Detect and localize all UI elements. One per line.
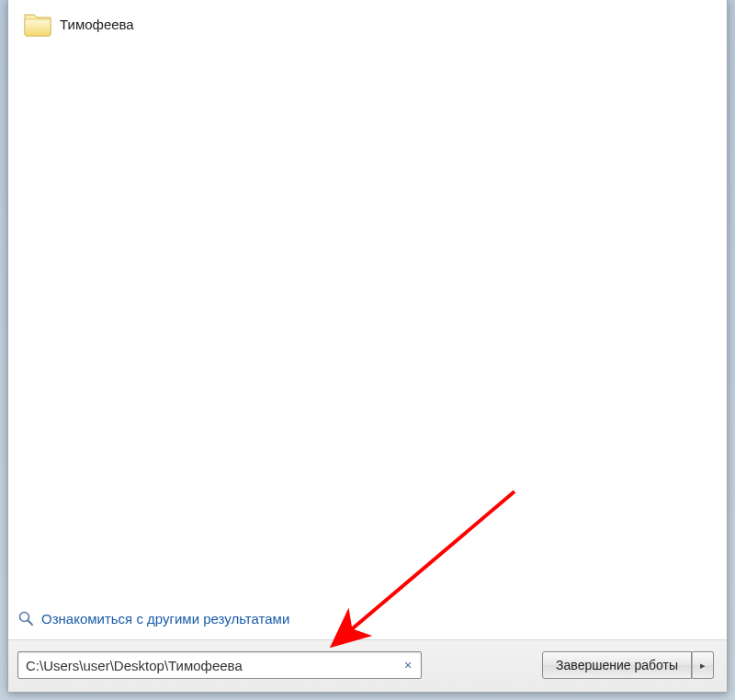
search-icon — [17, 610, 34, 627]
clear-search-icon[interactable]: × — [401, 658, 415, 672]
start-menu-bottom-bar: × Завершение работы ▸ — [8, 639, 727, 692]
folder-icon — [23, 11, 52, 37]
search-result-folder[interactable]: Тимофеева — [16, 7, 719, 40]
more-results-row[interactable]: Ознакомиться с другими результатами — [8, 601, 727, 639]
search-input[interactable] — [26, 658, 401, 673]
shutdown-options-arrow[interactable]: ▸ — [692, 651, 714, 679]
search-result-label: Тимофеева — [60, 17, 134, 32]
more-results-link[interactable]: Ознакомиться с другими результатами — [41, 611, 289, 627]
chevron-right-icon: ▸ — [700, 660, 706, 672]
shutdown-button[interactable]: Завершение работы — [542, 651, 692, 679]
svg-line-1 — [28, 621, 33, 626]
shutdown-button-group: Завершение работы ▸ — [542, 651, 714, 679]
start-menu-panel: Тимофеева Ознакомиться с другими результ… — [7, 0, 728, 693]
search-results-area: Тимофеева — [8, 0, 727, 601]
search-box[interactable]: × — [17, 651, 422, 679]
